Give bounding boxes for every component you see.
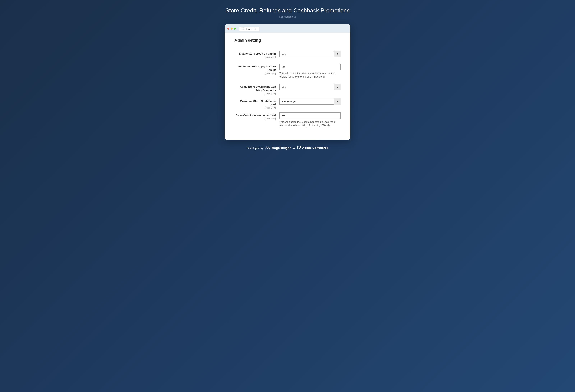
close-icon[interactable]: ×	[255, 28, 256, 30]
footer: Developed by MageDelight for Adobe Comme…	[247, 146, 328, 150]
magedelight-icon	[265, 146, 270, 150]
magedelight-logo: MageDelight	[265, 146, 291, 150]
browser-chrome: Frontend ×	[225, 24, 350, 33]
section-heading: Admin setting	[235, 38, 340, 43]
max-store-credit-select[interactable]: Percentage	[279, 98, 340, 105]
content-area: Admin setting Enable store credit on adm…	[225, 33, 350, 140]
input-column: Percentage	[279, 98, 340, 105]
apply-with-cart-select[interactable]: Yes	[279, 84, 340, 90]
label-column: Maximum Store Credit to be used [store v…	[235, 98, 276, 109]
label-column: Minimum order apply to store credit [sto…	[235, 64, 276, 75]
label-column: Store Credit amount to be used [store vi…	[235, 112, 276, 120]
adobe-commerce-label: Adobe Commerce	[302, 146, 328, 150]
field-label: Minimum order apply to store credit	[235, 65, 276, 72]
label-column: Enable store credit on admin [store view…	[235, 51, 276, 58]
page-subtitle: For Magento 2	[279, 15, 296, 18]
scope-label: [store view]	[235, 56, 276, 58]
select-value: Yes	[279, 84, 340, 90]
form-row-max-store-credit: Maximum Store Credit to be used [store v…	[235, 98, 340, 109]
input-column: Yes	[279, 51, 340, 57]
minimum-order-input[interactable]	[279, 64, 340, 70]
scope-label: [store view]	[235, 117, 276, 120]
window-minimize-icon[interactable]	[231, 28, 233, 30]
window-close-icon[interactable]	[227, 28, 229, 30]
input-column: This will decide the minimum order amoun…	[279, 64, 340, 79]
magedelight-label: MageDelight	[271, 146, 291, 150]
browser-tab[interactable]: Frontend ×	[239, 27, 259, 31]
scope-label: [store view]	[235, 92, 276, 95]
form-row-apply-with-cart: Apply Store Credit with Cart Price Disco…	[235, 84, 340, 95]
help-text: This will decide the credit amount to be…	[279, 120, 340, 127]
credit-amount-input[interactable]	[279, 112, 340, 119]
field-label: Store Credit amount to be used	[235, 113, 276, 117]
input-column: This will decide the credit amount to be…	[279, 112, 340, 127]
field-label: Maximum Store Credit to be used	[235, 99, 276, 106]
label-column: Apply Store Credit with Cart Price Disco…	[235, 84, 276, 95]
page-title: Store Credit, Refunds and Cashback Promo…	[225, 7, 350, 14]
input-column: Yes	[279, 84, 340, 90]
adobe-icon	[297, 146, 301, 150]
field-label: Enable store credit on admin	[235, 52, 276, 55]
developed-by-text: Developed by	[247, 147, 263, 150]
traffic-lights	[227, 28, 236, 30]
field-label: Apply Store Credit with Cart Price Disco…	[235, 85, 276, 92]
enable-store-credit-select[interactable]: Yes	[279, 51, 340, 57]
svg-point-0	[269, 149, 270, 149]
form-row-enable-store-credit: Enable store credit on admin [store view…	[235, 51, 340, 58]
for-text: for	[292, 147, 296, 150]
select-value: Percentage	[279, 98, 340, 105]
browser-window: Frontend × Admin setting Enable store cr…	[225, 24, 350, 140]
help-text: This will decide the minimum order amoun…	[279, 72, 340, 79]
scope-label: [store view]	[235, 107, 276, 109]
form-row-minimum-order: Minimum order apply to store credit [sto…	[235, 64, 340, 79]
tab-label: Frontend	[242, 28, 250, 30]
scope-label: [store view]	[235, 72, 276, 75]
select-value: Yes	[279, 51, 340, 57]
form-row-credit-amount: Store Credit amount to be used [store vi…	[235, 112, 340, 127]
adobe-commerce-logo: Adobe Commerce	[297, 146, 328, 150]
window-maximize-icon[interactable]	[234, 28, 236, 30]
